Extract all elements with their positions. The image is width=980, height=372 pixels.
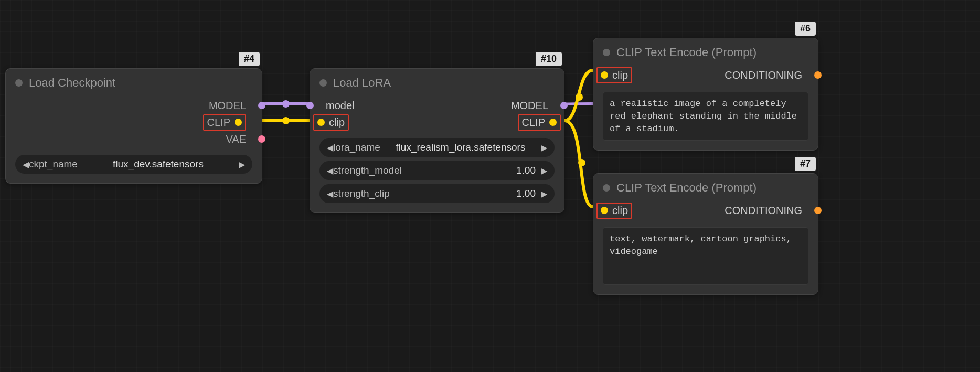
collapse-dot-icon[interactable] xyxy=(603,49,610,56)
port-circle-icon[interactable] xyxy=(306,102,314,109)
highlight-box: CLIP xyxy=(518,114,561,131)
chevron-right-icon[interactable]: ▶ xyxy=(239,160,245,169)
node-header[interactable]: CLIP Text Encode (Prompt) xyxy=(593,38,818,65)
port-circle-icon[interactable] xyxy=(549,119,557,126)
chevron-right-icon[interactable]: ▶ xyxy=(541,143,547,153)
node-load-checkpoint[interactable]: #4 Load Checkpoint MODEL CLIP VAE ◀ ckpt… xyxy=(5,68,262,184)
widget-label: lora_name xyxy=(333,142,380,153)
collapse-dot-icon[interactable] xyxy=(319,79,327,87)
port-circle-icon[interactable] xyxy=(601,71,608,79)
port-circle-icon[interactable] xyxy=(814,207,822,214)
widget-strength-model[interactable]: ◀ strength_model 1.00 ▶ xyxy=(319,161,555,180)
input-port-model[interactable]: model xyxy=(326,100,354,112)
node-load-lora[interactable]: #10 Load LoRA model MODEL clip CLIP ◀ l xyxy=(310,68,564,213)
port-circle-icon[interactable] xyxy=(258,135,265,143)
widget-value: flux_realism_lora.safetensors xyxy=(380,142,541,153)
highlight-box: clip xyxy=(313,114,349,131)
widget-value: 1.00 xyxy=(390,188,541,199)
input-port-clip[interactable]: clip xyxy=(329,116,345,129)
output-port-model[interactable]: MODEL xyxy=(511,100,548,112)
port-circle-icon[interactable] xyxy=(235,119,242,126)
wire-junction xyxy=(576,93,583,101)
widget-label: ckpt_name xyxy=(29,158,78,170)
chevron-left-icon[interactable]: ◀ xyxy=(327,189,333,199)
port-row-model: model MODEL xyxy=(310,97,564,114)
chevron-left-icon[interactable]: ◀ xyxy=(327,143,333,153)
chevron-left-icon[interactable]: ◀ xyxy=(23,160,29,169)
wire-dot xyxy=(282,100,290,108)
node-title: CLIP Text Encode (Prompt) xyxy=(616,46,757,59)
collapse-dot-icon[interactable] xyxy=(15,79,23,87)
node-tag: #10 xyxy=(536,52,562,66)
widget-label: strength_clip xyxy=(333,188,390,199)
highlight-box: clip xyxy=(596,203,632,219)
node-title: CLIP Text Encode (Prompt) xyxy=(616,181,757,195)
port-circle-icon[interactable] xyxy=(258,102,265,109)
output-port-clip[interactable]: CLIP xyxy=(6,114,262,131)
wire-junction xyxy=(578,159,585,166)
node-tag: #7 xyxy=(795,157,816,171)
port-circle-icon[interactable] xyxy=(601,207,608,214)
node-clip-text-encode-negative[interactable]: #7 CLIP Text Encode (Prompt) clip CONDIT… xyxy=(593,173,818,295)
output-port-vae[interactable]: VAE xyxy=(6,131,262,147)
collapse-dot-icon[interactable] xyxy=(603,184,610,192)
widget-label: strength_model xyxy=(333,165,402,176)
output-port-clip[interactable]: CLIP xyxy=(522,116,545,129)
node-header[interactable]: Load LoRA xyxy=(310,69,564,95)
widget-value: flux_dev.safetensors xyxy=(78,158,239,170)
port-row-clip: clip CLIP xyxy=(310,114,564,131)
node-tag: #4 xyxy=(239,52,260,66)
widget-lora-name[interactable]: ◀ lora_name flux_realism_lora.safetensor… xyxy=(319,138,555,157)
output-port-model[interactable]: MODEL xyxy=(6,97,262,114)
highlight-box: clip xyxy=(596,67,632,83)
chevron-right-icon[interactable]: ▶ xyxy=(541,166,547,176)
node-header[interactable]: CLIP Text Encode (Prompt) xyxy=(593,174,818,200)
output-port-conditioning[interactable]: CONDITIONING xyxy=(725,69,802,81)
input-port-clip[interactable]: clip xyxy=(612,69,628,81)
port-circle-icon[interactable] xyxy=(317,119,325,126)
node-clip-text-encode-positive[interactable]: #6 CLIP Text Encode (Prompt) clip CONDIT… xyxy=(593,38,818,151)
chevron-right-icon[interactable]: ▶ xyxy=(541,189,547,199)
port-circle-icon[interactable] xyxy=(560,102,568,109)
widget-strength-clip[interactable]: ◀ strength_clip 1.00 ▶ xyxy=(319,184,555,203)
node-header[interactable]: Load Checkpoint xyxy=(6,69,262,95)
node-tag: #6 xyxy=(795,22,816,36)
node-title: Load LoRA xyxy=(333,76,391,90)
output-port-conditioning[interactable]: CONDITIONING xyxy=(725,205,802,217)
node-title: Load Checkpoint xyxy=(29,76,115,90)
port-row: clip CONDITIONING xyxy=(593,202,818,219)
prompt-textarea[interactable]: a realistic image of a completely red el… xyxy=(603,92,808,141)
input-port-clip[interactable]: clip xyxy=(612,205,628,217)
prompt-textarea[interactable]: text, watermark, cartoon graphics, video… xyxy=(603,227,808,285)
port-circle-icon[interactable] xyxy=(814,71,822,79)
widget-ckpt-name[interactable]: ◀ ckpt_name flux_dev.safetensors ▶ xyxy=(15,155,252,174)
highlight-box: CLIP xyxy=(203,114,246,131)
wire-dot xyxy=(282,117,290,124)
widget-value: 1.00 xyxy=(402,165,541,176)
port-row: clip CONDITIONING xyxy=(593,67,818,83)
chevron-left-icon[interactable]: ◀ xyxy=(327,166,333,176)
